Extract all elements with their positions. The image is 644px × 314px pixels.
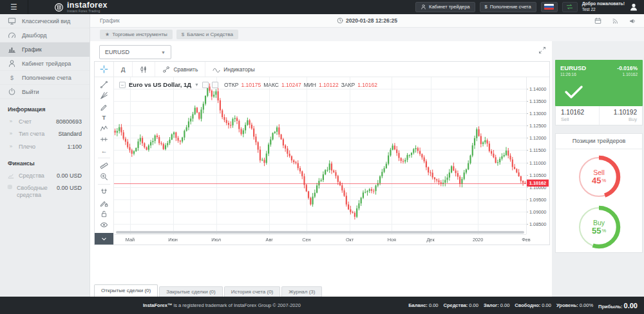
info-row: Средства0.00 USD	[0, 170, 90, 182]
sidebar-item-label: Классический вид	[22, 18, 70, 24]
chart-toolbar: Д Сравнить Индикаторы	[114, 62, 549, 77]
collapse-legend-icon[interactable]: –	[119, 82, 126, 88]
tab-closed-deals[interactable]: Закрытые сделки (0)	[159, 286, 223, 297]
symbol-select-value: EURUSD	[105, 49, 129, 55]
text-tool[interactable]: T	[95, 112, 113, 123]
wave-icon	[213, 66, 220, 73]
eye-icon	[100, 221, 108, 229]
sidebar-item-logout[interactable]: Выйти	[0, 85, 90, 99]
info-value: 0.00 USD	[57, 185, 82, 192]
swap-arrows-icon	[566, 3, 573, 10]
sidebar-item-dashboard[interactable]: Дашборд	[0, 28, 90, 42]
tab-account-history[interactable]: История счета (0)	[224, 286, 281, 297]
tab-journal[interactable]: Журнал (3)	[281, 286, 322, 297]
price-axis[interactable]: 1.140001.135001.130001.125001.120001.115…	[526, 77, 549, 234]
chart-horizontal-scrollbar[interactable]	[116, 231, 524, 234]
free-funds-icon	[8, 185, 12, 189]
sell-label: Sell	[561, 116, 594, 122]
legend-settings-icon[interactable]	[202, 82, 209, 88]
forecast-tool[interactable]	[95, 134, 113, 145]
pattern-tool[interactable]	[95, 123, 113, 134]
traders-positions-title: Позиции трейдеров	[556, 134, 642, 149]
rss-icon[interactable]	[612, 17, 619, 24]
time-tick-label: Июл	[211, 237, 221, 243]
magnet-tool[interactable]	[95, 187, 113, 198]
header-tool-icons	[594, 17, 636, 24]
user-icon	[8, 59, 16, 68]
angle-right-icon: »	[8, 143, 14, 150]
crosshair-tool[interactable]	[95, 62, 113, 77]
info-label: Средства	[19, 172, 44, 180]
compare-button[interactable]: Сравнить	[155, 62, 205, 77]
quote-symbol: EURUSD	[560, 64, 586, 71]
trendline-tool[interactable]	[95, 79, 113, 90]
close-value: 1.10162	[357, 82, 377, 88]
calendar-icon[interactable]	[594, 17, 601, 24]
deposit-button[interactable]: $ Пополнение счета	[480, 2, 536, 12]
indicators-button[interactable]: Индикаторы	[205, 62, 261, 77]
price-tick-label: 1.13000	[529, 111, 546, 116]
quote-card-header[interactable]: EURUSD -0.016% 11:26:16 1.10162	[555, 60, 643, 106]
angle-right-icon: »	[8, 131, 14, 137]
info-row: »Плечо1:100	[0, 141, 90, 153]
funds-icon	[8, 172, 14, 179]
sidebar-item-label: Дашборд	[22, 32, 47, 39]
balance-funds-button[interactable]: $ Баланс и Средства	[176, 30, 238, 39]
language-selector[interactable]	[541, 2, 558, 12]
price-tick-label: 1.11500	[529, 147, 546, 153]
header-actions: Кабинет трейдера $ Пополнение счета Добр…	[415, 1, 644, 12]
info-row: »Тип счетаStandard	[0, 128, 90, 140]
sell-quote-button[interactable]: 1.10162 Sell	[556, 106, 599, 125]
brush-tool[interactable]	[95, 101, 113, 112]
monitor-icon	[8, 17, 16, 25]
avatar-icon[interactable]	[629, 3, 638, 12]
gann-tool[interactable]	[95, 90, 113, 101]
time-tick-label: Ноя	[388, 237, 396, 243]
theme-swap-button[interactable]	[562, 2, 578, 12]
buy-quote-button[interactable]: 1.10192 Buy	[599, 106, 643, 125]
chart-style-button[interactable]	[133, 62, 155, 77]
dollar-icon: $	[8, 75, 16, 81]
megaphone-icon[interactable]	[629, 17, 636, 24]
lock-tool[interactable]	[95, 208, 113, 219]
sidebar-item-deposit[interactable]: $Пополнение счета	[0, 71, 90, 85]
eye-tool[interactable]	[95, 219, 113, 230]
page-header-row: 2020-01-28 12:26:25 График	[90, 14, 644, 28]
buy-percentage-donut: Buy55%	[576, 205, 621, 250]
sell-price: 1.10162	[561, 109, 594, 116]
drawing-lock-tool[interactable]	[95, 198, 113, 208]
zoom-in-tool[interactable]	[95, 171, 113, 182]
symbol-select[interactable]: EURUSD ▼	[99, 45, 171, 59]
power-icon	[8, 88, 16, 96]
tools-separator	[98, 158, 110, 158]
time-tick-label: Авг	[266, 237, 273, 243]
sidebar-item-classic[interactable]: Классический вид	[0, 14, 90, 28]
sidebar-item-cabinet[interactable]: Кабинет трейдера	[0, 57, 90, 71]
pattern-icon	[100, 124, 108, 133]
brand-logo[interactable]: instaforex Instant Forex Trading	[54, 1, 108, 14]
trading-instruments-button[interactable]: ★ Торговые инструменты	[100, 30, 173, 39]
timeframe-button[interactable]: Д	[114, 62, 133, 77]
page-title: График	[100, 17, 120, 24]
arrow-left-tool[interactable]: ←	[95, 145, 113, 156]
sidebar-item-chart[interactable]: График	[0, 42, 90, 57]
footer-stat: Баланс:0.00	[408, 302, 438, 308]
fullscreen-expand-icon[interactable]	[538, 46, 546, 54]
info-label: Свободные средства	[17, 185, 57, 199]
trader-cabinet-button[interactable]: Кабинет трейдера	[415, 2, 475, 12]
hamburger-icon: ☰	[10, 3, 17, 12]
collapse-tools-button[interactable]	[95, 233, 113, 245]
drawing-lock-icon	[100, 199, 108, 207]
legend-close-icon[interactable]	[212, 82, 218, 88]
tab-open-deals[interactable]: Открытые сделки (0)	[94, 284, 158, 297]
text-icon: T	[102, 114, 106, 121]
time-axis[interactable]: МайИюнИюлАвгСенОктНояДек2020Фев	[114, 234, 526, 245]
candlestick-chart-canvas[interactable]	[114, 77, 526, 234]
sidebar-menu: Классический видДашбордГрафикКабинет тре…	[0, 14, 90, 99]
ruler-tool[interactable]	[95, 160, 113, 171]
price-tick-label: 1.10500	[529, 172, 546, 178]
hamburger-menu-button[interactable]: ☰	[0, 0, 28, 14]
legend-caret-icon[interactable]: ▼	[194, 82, 199, 87]
time-tick-label: Май	[126, 237, 135, 243]
footer: InstaForex™ is a registered trademark of…	[0, 297, 644, 314]
